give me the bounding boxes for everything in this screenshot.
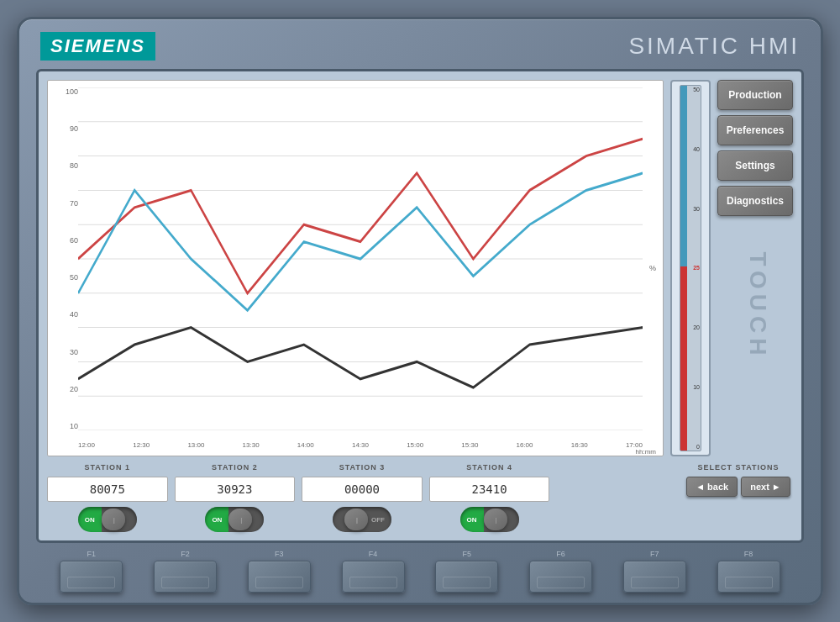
fkey-f3-button[interactable] xyxy=(248,561,311,593)
back-button[interactable]: ◄ back xyxy=(686,477,738,497)
nav-arrows: ◄ back next ► xyxy=(686,477,790,497)
station-1-label: STATION 1 xyxy=(84,463,130,472)
gauge-container: 50 40 30 25 20 10 0 xyxy=(670,80,711,456)
hmi-device: SIEMENS SIMATIC HMI TOUCH 100 90 80 70 6… xyxy=(17,17,823,605)
fkey-f3-group: F3 xyxy=(248,550,311,593)
station-3-block: STATION 3 00000 OFF xyxy=(302,463,423,532)
station-2-toggle[interactable]: ON xyxy=(205,507,264,532)
hmi-title: SIMATIC HMI xyxy=(628,33,800,60)
fkey-f1-label: F1 xyxy=(87,550,97,558)
right-panel: 50 40 30 25 20 10 0 Production Preferenc… xyxy=(670,80,793,456)
fkey-f3-label: F3 xyxy=(275,550,284,558)
chart-x-unit: hh:mm xyxy=(636,448,656,456)
fkey-f6-group: F6 xyxy=(529,550,592,593)
nav-buttons: Production Preferences Settings Diagnost… xyxy=(717,80,793,456)
toggle-1-knob xyxy=(102,509,125,530)
next-button[interactable]: next ► xyxy=(741,477,790,497)
station-2-label: STATION 2 xyxy=(212,463,258,472)
station-3-value: 00000 xyxy=(302,477,423,502)
select-stations-area: SELECT STATIONS ◄ back next ► xyxy=(684,463,793,497)
screen-area: TOUCH 100 90 80 70 60 50 40 30 20 10 xyxy=(36,69,804,543)
station-2-value: 30923 xyxy=(175,477,296,502)
function-keys: F1 F2 F3 F4 F5 F6 F7 F8 xyxy=(36,543,804,594)
fkey-f5-group: F5 xyxy=(435,550,498,593)
siemens-logo: SIEMENS xyxy=(40,32,155,61)
station-3-toggle[interactable]: OFF xyxy=(333,507,391,532)
fkey-f7-group: F7 xyxy=(623,550,686,593)
fkey-f4-button[interactable] xyxy=(342,561,405,593)
select-stations-label: SELECT STATIONS xyxy=(697,463,779,472)
fkey-f5-label: F5 xyxy=(463,550,472,558)
fkey-f8-button[interactable] xyxy=(717,561,780,593)
chart-area: 100 90 80 70 60 50 40 30 20 10 xyxy=(47,80,664,456)
station-1-toggle[interactable]: ON xyxy=(78,507,137,532)
main-content: 100 90 80 70 60 50 40 30 20 10 xyxy=(47,80,793,456)
station-4-block: STATION 4 23410 ON xyxy=(429,463,550,532)
toggle-3-knob xyxy=(344,509,368,530)
fkey-f1-group: F1 xyxy=(60,550,123,593)
fkey-f4-label: F4 xyxy=(369,550,378,558)
fkey-f5-button[interactable] xyxy=(435,561,498,593)
settings-button[interactable]: Settings xyxy=(717,150,793,181)
station-3-label: STATION 3 xyxy=(339,463,386,472)
station-4-toggle[interactable]: ON xyxy=(460,507,519,532)
toggle-4-knob xyxy=(484,509,507,530)
fkey-f7-label: F7 xyxy=(650,550,659,558)
chart-x-labels: 12:00 12:30 13:00 13:30 14:00 14:30 15:0… xyxy=(78,441,643,449)
chart-y-labels: 100 90 80 70 60 50 40 30 20 10 xyxy=(55,87,78,430)
station-2-block: STATION 2 30923 ON xyxy=(175,463,296,532)
toggle-2-knob xyxy=(228,509,252,530)
chart-svg xyxy=(78,87,643,430)
fkey-f1-button[interactable] xyxy=(60,561,123,593)
stations-row: STATION 1 80075 ON STATION 2 30923 ON ST… xyxy=(47,463,793,532)
preferences-button[interactable]: Preferences xyxy=(717,115,793,145)
fkey-f2-group: F2 xyxy=(154,550,217,593)
fkey-f2-label: F2 xyxy=(181,550,190,558)
chart-percent-label: % xyxy=(649,264,656,272)
production-button[interactable]: Production xyxy=(717,80,793,110)
fkey-f8-label: F8 xyxy=(744,550,753,558)
fkey-f7-button[interactable] xyxy=(623,561,686,593)
fkey-f8-group: F8 xyxy=(717,550,780,593)
station-1-value: 80075 xyxy=(47,477,168,502)
station-4-label: STATION 4 xyxy=(466,463,512,472)
fkey-f6-button[interactable] xyxy=(529,561,592,593)
gauge-bar: 50 40 30 25 20 10 0 xyxy=(680,85,701,451)
top-bar: SIEMENS SIMATIC HMI xyxy=(36,32,804,69)
fkey-f2-button[interactable] xyxy=(154,561,217,593)
station-4-value: 23410 xyxy=(429,477,550,502)
station-1-block: STATION 1 80075 ON xyxy=(47,463,168,532)
fkey-f6-label: F6 xyxy=(556,550,565,558)
fkey-f4-group: F4 xyxy=(342,550,405,593)
diagnostics-button[interactable]: Diagnostics xyxy=(717,186,793,216)
